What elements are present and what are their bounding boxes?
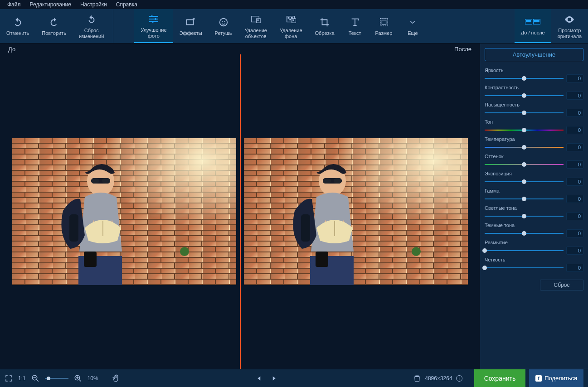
slider-температура: Температура 0 [485, 136, 583, 151]
more-button[interactable]: Ещё [398, 9, 427, 43]
menubar: Файл Редактирование Настройки Справка [0, 0, 588, 9]
reset-sliders-button[interactable]: Сброс [540, 280, 583, 290]
ratio-button[interactable]: 1:1 [18, 375, 26, 382]
slider-track[interactable] [485, 230, 564, 237]
crop-button[interactable]: Обрезка [309, 9, 341, 43]
text-icon [350, 16, 360, 29]
svg-rect-37 [244, 138, 468, 285]
slider-track[interactable] [485, 196, 564, 202]
before-image[interactable] [8, 138, 240, 285]
svg-line-47 [36, 379, 39, 382]
slider-value[interactable]: 0 [566, 247, 583, 255]
retouch-button[interactable]: Ретушь [209, 9, 238, 43]
slider-value[interactable]: 0 [566, 109, 583, 117]
slider-тон: Тон 0 [485, 119, 583, 134]
undo-button[interactable]: Отменить [0, 9, 35, 43]
menu-file[interactable]: Файл [3, 0, 25, 9]
compare-divider[interactable] [240, 54, 241, 369]
slider-track[interactable] [485, 161, 564, 168]
share-button[interactable]: f Поделиться [529, 369, 583, 387]
enhance-button[interactable]: Улучшение фото [134, 9, 173, 43]
zoom-out-icon[interactable] [31, 374, 39, 382]
before-after-toggle[interactable]: До / после [515, 9, 551, 43]
next-image-icon[interactable] [270, 374, 278, 382]
slider-label: Экспозиция [485, 171, 583, 176]
slider-track[interactable] [485, 144, 564, 150]
slider-track[interactable] [485, 247, 564, 254]
slider-track[interactable] [485, 213, 564, 219]
svg-rect-27 [12, 138, 236, 285]
fullscreen-icon[interactable] [5, 374, 13, 382]
object-removal-button[interactable]: Удаление объектов [238, 9, 273, 43]
slider-четкость: Четкость 0 [485, 257, 583, 272]
slider-label: Яркость [485, 68, 583, 73]
slider-track[interactable] [485, 265, 564, 271]
zoom-slider[interactable] [45, 378, 68, 379]
text-button[interactable]: Текст [341, 9, 369, 43]
slider-label: Тон [485, 119, 583, 125]
slider-label: Гамма [485, 188, 583, 194]
svg-rect-30 [91, 178, 99, 184]
slider-value[interactable]: 0 [566, 229, 583, 237]
slider-track[interactable] [485, 179, 564, 185]
slider-track[interactable] [485, 110, 564, 116]
slider-track[interactable] [485, 92, 564, 99]
menu-settings[interactable]: Настройки [76, 0, 112, 9]
svg-point-45 [412, 247, 421, 256]
trash-icon[interactable] [413, 374, 421, 382]
resize-icon [379, 16, 389, 29]
slider-value[interactable]: 0 [566, 160, 583, 169]
reset-changes-button[interactable]: Сброс изменений [73, 9, 110, 43]
redo-icon [49, 16, 59, 29]
save-button[interactable]: Сохранить [474, 369, 526, 387]
bg-removal-button[interactable]: Удаление фона [273, 9, 309, 43]
redo-button[interactable]: Повторить [35, 9, 73, 43]
slider-value[interactable]: 0 [566, 143, 583, 151]
svg-rect-13 [287, 17, 289, 19]
slider-label: Темные тона [485, 223, 583, 228]
slider-value[interactable]: 0 [566, 264, 583, 272]
bg-remove-icon [286, 13, 296, 26]
slider-насыщенность: Насыщенность 0 [485, 102, 583, 117]
slider-гамма: Гамма 0 [485, 188, 583, 203]
slider-value[interactable]: 0 [566, 74, 583, 82]
after-label: После [454, 46, 471, 53]
slider-экспозиция: Экспозиция 0 [485, 171, 583, 186]
object-remove-icon [251, 13, 261, 26]
info-icon[interactable]: i [456, 375, 462, 382]
before-after-icon [525, 15, 540, 28]
slider-value[interactable]: 0 [566, 195, 583, 203]
prev-image-icon[interactable] [255, 374, 263, 382]
dimensions-text: 4896×3264 [425, 375, 452, 382]
menu-help[interactable]: Справка [112, 0, 142, 9]
effects-button[interactable]: Эффекты [173, 9, 209, 43]
workspace: До После [0, 44, 588, 369]
svg-rect-18 [382, 20, 386, 24]
svg-point-35 [180, 247, 189, 256]
slider-track[interactable] [485, 127, 564, 133]
slider-label: Размытие [485, 240, 583, 245]
svg-rect-1 [149, 19, 158, 19]
menu-edit[interactable]: Редактирование [25, 0, 76, 9]
svg-rect-42 [301, 214, 310, 242]
facebook-icon: f [535, 375, 542, 382]
svg-rect-0 [149, 16, 158, 17]
hand-icon[interactable] [112, 374, 120, 382]
slider-размытие: Размытие 0 [485, 240, 583, 255]
slider-value[interactable]: 0 [566, 92, 583, 100]
slider-светлые тона: Светлые тона 0 [485, 205, 583, 220]
slider-label: Четкость [485, 257, 583, 262]
auto-enhance-button[interactable]: Автоулучшение [485, 48, 583, 61]
svg-rect-31 [102, 178, 110, 184]
slider-track[interactable] [485, 75, 564, 82]
slider-label: Оттенок [485, 154, 583, 159]
undo-icon [13, 16, 23, 29]
view-original-button[interactable]: Просмотр оригинала [551, 9, 588, 43]
slider-value[interactable]: 0 [566, 212, 583, 220]
slider-value[interactable]: 0 [566, 126, 583, 134]
svg-point-7 [219, 19, 227, 26]
after-image[interactable] [240, 138, 471, 285]
zoom-in-icon[interactable] [74, 374, 82, 382]
resize-button[interactable]: Размер [369, 9, 399, 43]
slider-value[interactable]: 0 [566, 178, 583, 186]
